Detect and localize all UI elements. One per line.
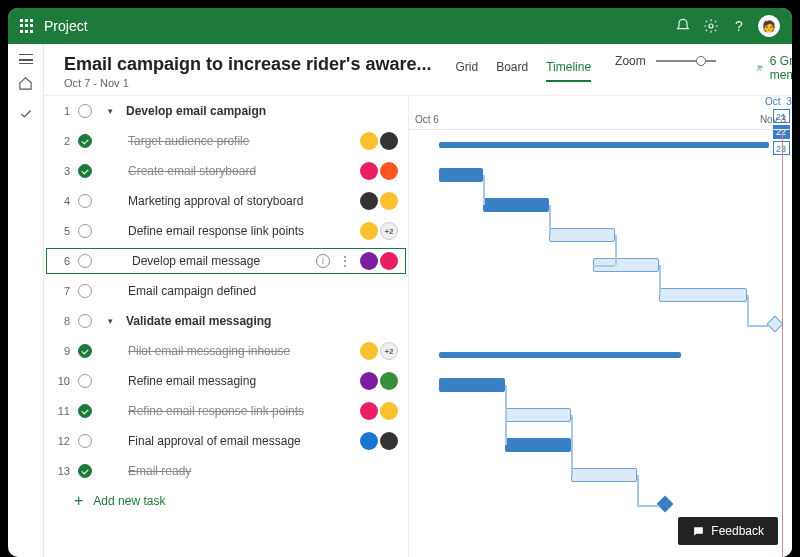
task-row[interactable]: 12Final approval of email message	[44, 426, 408, 456]
row-number: 6	[56, 255, 70, 267]
task-row[interactable]: 10Refine email messaging	[44, 366, 408, 396]
task-name[interactable]: Define email response link points	[128, 224, 352, 238]
notifications-icon[interactable]	[674, 17, 692, 35]
settings-icon[interactable]	[702, 17, 720, 35]
row-number: 5	[56, 225, 70, 237]
svg-point-2	[760, 66, 762, 68]
task-row[interactable]: 4Marketing approval of storyboard	[44, 186, 408, 216]
task-row[interactable]: 2Target audience profile	[44, 126, 408, 156]
app-name: Project	[44, 18, 88, 34]
task-row[interactable]: 7Email campaign defined	[44, 276, 408, 306]
plus-icon: +	[74, 492, 83, 510]
assignee-avatar[interactable]	[360, 432, 378, 450]
check-icon[interactable]	[19, 107, 33, 125]
assignee-avatar[interactable]	[380, 402, 398, 420]
task-name[interactable]: Develop email campaign	[126, 104, 390, 118]
assignee-avatar[interactable]	[360, 222, 378, 240]
complete-toggle[interactable]	[78, 284, 92, 298]
expand-icon[interactable]: ▾	[108, 316, 118, 326]
task-row[interactable]: 13Email ready	[44, 456, 408, 486]
zoom-slider[interactable]	[656, 55, 716, 67]
task-name[interactable]: Validate email messaging	[126, 314, 390, 328]
info-icon[interactable]: i	[316, 254, 330, 268]
assignee-avatar[interactable]	[360, 402, 378, 420]
task-bar[interactable]	[505, 438, 571, 452]
task-row[interactable]: 9Pilot email messaging inhouse+2	[44, 336, 408, 366]
assignee-avatar[interactable]	[380, 162, 398, 180]
help-icon[interactable]: ?	[730, 17, 748, 35]
row-number: 8	[56, 315, 70, 327]
complete-toggle[interactable]	[78, 344, 92, 358]
row-number: 10	[56, 375, 70, 387]
assignee-avatar[interactable]	[360, 192, 378, 210]
assignee-avatar[interactable]	[360, 342, 378, 360]
avatar-more[interactable]: +2	[380, 342, 398, 360]
gantt-chart[interactable]: Oct 6 Nov 3 Oct 3d 212223	[408, 96, 792, 557]
task-name[interactable]: Develop email message	[128, 250, 308, 272]
assignee-avatar[interactable]	[360, 372, 378, 390]
complete-toggle[interactable]	[78, 254, 92, 268]
complete-toggle[interactable]	[78, 134, 92, 148]
complete-toggle[interactable]	[78, 104, 92, 118]
complete-toggle[interactable]	[78, 164, 92, 178]
task-name[interactable]: Refine email response link points	[128, 404, 352, 418]
task-name[interactable]: Final approval of email message	[128, 434, 352, 448]
assignee-avatar[interactable]	[380, 192, 398, 210]
avatar-more[interactable]: +2	[380, 222, 398, 240]
task-row[interactable]: 11Refine email response link points	[44, 396, 408, 426]
task-row[interactable]: 5Define email response link points+2	[44, 216, 408, 246]
project-header: Email campaign to increase rider's aware…	[44, 44, 792, 96]
assignee-avatar[interactable]	[380, 252, 398, 270]
task-row[interactable]: 1▾Develop email campaign	[44, 96, 408, 126]
user-avatar[interactable]: 🧑	[758, 15, 780, 37]
complete-toggle[interactable]	[78, 194, 92, 208]
task-name[interactable]: Email campaign defined	[128, 284, 390, 298]
row-number: 4	[56, 195, 70, 207]
task-name[interactable]: Email ready	[128, 464, 390, 478]
assignee-avatar[interactable]	[380, 132, 398, 150]
complete-toggle[interactable]	[78, 374, 92, 388]
milestone[interactable]	[767, 316, 784, 333]
task-bar[interactable]	[439, 168, 483, 182]
complete-toggle[interactable]	[78, 404, 92, 418]
assignee-avatar[interactable]	[360, 252, 378, 270]
add-task-button[interactable]: +Add new task	[44, 486, 408, 516]
task-name[interactable]: Target audience profile	[128, 134, 352, 148]
more-icon[interactable]: ⋮	[338, 257, 352, 265]
task-name[interactable]: Marketing approval of storyboard	[128, 194, 352, 208]
task-bar[interactable]	[483, 198, 549, 212]
summary-bar[interactable]	[439, 142, 769, 148]
task-bar[interactable]	[439, 378, 505, 392]
feedback-button[interactable]: Feedback	[678, 517, 778, 545]
group-members-button[interactable]: 6 Group members	[756, 54, 792, 82]
tab-board[interactable]: Board	[496, 60, 528, 82]
app-launcher-icon[interactable]	[20, 19, 34, 33]
task-bar[interactable]	[571, 468, 637, 482]
task-bar[interactable]	[505, 408, 571, 422]
summary-bar[interactable]	[439, 352, 681, 358]
milestone[interactable]	[657, 496, 674, 513]
assignee-avatar[interactable]	[380, 432, 398, 450]
home-icon[interactable]	[18, 76, 33, 95]
task-bar[interactable]	[549, 228, 615, 242]
complete-toggle[interactable]	[78, 464, 92, 478]
menu-icon[interactable]	[19, 54, 33, 64]
tab-timeline[interactable]: Timeline	[546, 60, 591, 82]
assignee-avatar[interactable]	[360, 162, 378, 180]
tab-grid[interactable]: Grid	[455, 60, 478, 82]
complete-toggle[interactable]	[78, 314, 92, 328]
complete-toggle[interactable]	[78, 434, 92, 448]
complete-toggle[interactable]	[78, 224, 92, 238]
row-number: 12	[56, 435, 70, 447]
task-row[interactable]: 6Develop email messagei⋮	[44, 246, 408, 276]
assignee-avatar[interactable]	[380, 372, 398, 390]
task-name[interactable]: Pilot email messaging inhouse	[128, 344, 352, 358]
expand-icon[interactable]: ▾	[108, 106, 118, 116]
task-name[interactable]: Refine email messaging	[128, 374, 352, 388]
task-row[interactable]: 3Create email storyboard	[44, 156, 408, 186]
task-name[interactable]: Create email storyboard	[128, 164, 352, 178]
task-row[interactable]: 8▾Validate email messaging	[44, 306, 408, 336]
task-bar[interactable]	[659, 288, 747, 302]
project-daterange: Oct 7 - Nov 1	[64, 77, 431, 89]
assignee-avatar[interactable]	[360, 132, 378, 150]
